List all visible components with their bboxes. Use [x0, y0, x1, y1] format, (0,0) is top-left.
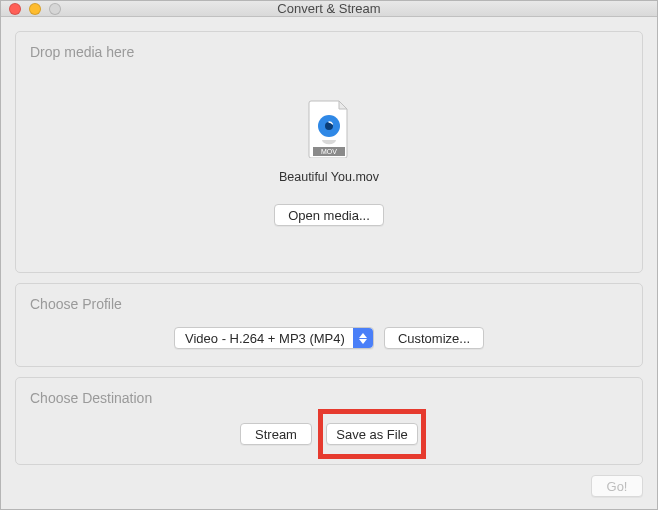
save-as-file-button[interactable]: Save as File	[326, 423, 418, 445]
choose-destination-group: Choose Destination Stream Save as File	[15, 377, 643, 465]
chevron-updown-icon	[353, 328, 373, 348]
minimize-icon[interactable]	[29, 3, 41, 15]
profile-select[interactable]: Video - H.264 + MP3 (MP4)	[174, 327, 374, 349]
save-as-file-wrapper: Save as File	[326, 423, 418, 445]
mov-file-icon: MOV	[305, 100, 353, 158]
drop-media-inner: MOV Beautiful You.mov Open media...	[16, 64, 642, 272]
destination-row: Stream Save as File	[16, 410, 642, 464]
convert-stream-window: Convert & Stream Drop media here MOV	[0, 0, 658, 510]
choose-profile-group: Choose Profile Video - H.264 + MP3 (MP4)…	[15, 283, 643, 367]
go-button[interactable]: Go!	[591, 475, 643, 497]
zoom-icon[interactable]	[49, 3, 61, 15]
choose-destination-label: Choose Destination	[16, 378, 642, 410]
stream-button[interactable]: Stream	[240, 423, 312, 445]
profile-select-value: Video - H.264 + MP3 (MP4)	[185, 331, 345, 346]
profile-row: Video - H.264 + MP3 (MP4) Customize...	[16, 316, 642, 366]
footer: Go!	[1, 469, 657, 509]
filetype-badge: MOV	[321, 148, 337, 155]
window-controls	[1, 3, 61, 15]
open-media-button[interactable]: Open media...	[274, 204, 384, 226]
drop-media-label: Drop media here	[16, 32, 642, 64]
titlebar: Convert & Stream	[1, 1, 657, 17]
content-area: Drop media here MOV Beautiful You.mov	[1, 17, 657, 469]
drop-media-group[interactable]: Drop media here MOV Beautiful You.mov	[15, 31, 643, 273]
close-icon[interactable]	[9, 3, 21, 15]
dropped-file-name: Beautiful You.mov	[279, 170, 379, 184]
customize-button[interactable]: Customize...	[384, 327, 484, 349]
choose-profile-label: Choose Profile	[16, 284, 642, 316]
window-title: Convert & Stream	[1, 1, 657, 16]
